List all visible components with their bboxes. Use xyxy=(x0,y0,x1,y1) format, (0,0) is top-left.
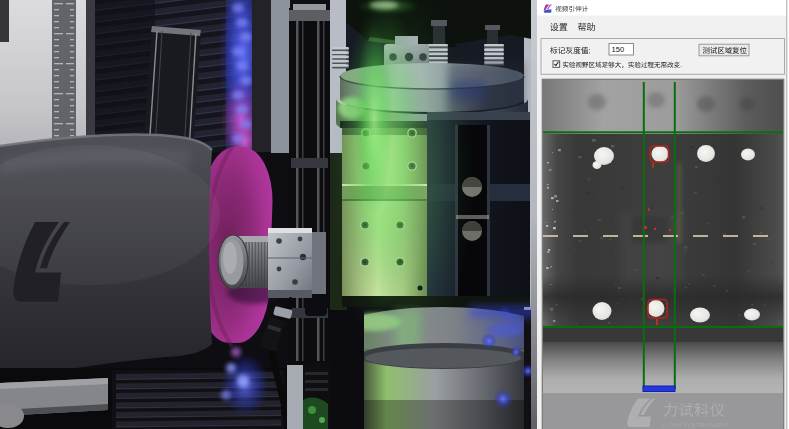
svg-text:LISHI INSTRUMENT: LISHI INSTRUMENT xyxy=(663,421,730,428)
svg-text:150: 150 xyxy=(612,45,625,54)
